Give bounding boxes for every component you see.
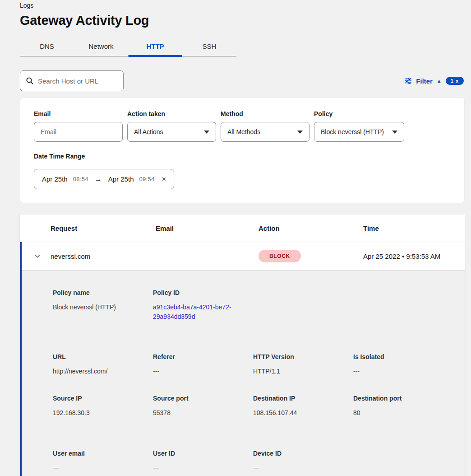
activity-table: Request Email Action Time neverssl.com B… (20, 215, 465, 476)
policy-name-field: Policy name Block neverssl (HTTP) (53, 289, 153, 322)
user-id-field: User ID --- (153, 450, 253, 473)
breadcrumb: Logs (20, 2, 465, 9)
action-filter-value: All Actions (134, 128, 163, 135)
range-start-date[interactable]: Apr 25th (42, 175, 68, 183)
filter-panel: Email Action taken All Actions Method Al… (20, 98, 465, 203)
search-box[interactable] (20, 70, 124, 91)
row-action: BLOCK (259, 250, 363, 262)
http-version-field: HTTP Version HTTP/1.1 (253, 353, 353, 376)
tab-http[interactable]: HTTP (128, 39, 182, 56)
range-end-time[interactable]: 09:54 (139, 176, 154, 182)
policy-name-label: Policy name (53, 289, 144, 296)
http-section: URL http://neverssl.com/ Referer --- HTT… (22, 338, 465, 383)
policy-id-link[interactable]: a91c3eb4-ba7a-4201-be72-29a934dd359d (153, 303, 241, 322)
date-range-picker[interactable]: Apr 25th 08:54 → Apr 25th 09:54 × (34, 169, 174, 189)
filter-count-badge[interactable]: 1 x (446, 77, 464, 85)
source-port-value: 55378 (153, 408, 244, 418)
user-id-value: --- (153, 463, 244, 473)
network-section: Source IP 192.168.30.3 Source port 55378… (22, 383, 465, 436)
device-id-label: Device ID (253, 450, 344, 457)
policy-filter-label: Policy (314, 110, 403, 117)
action-filter: Action taken All Actions (127, 110, 216, 142)
destination-ip-label: Destination IP (253, 395, 344, 402)
method-filter-select[interactable]: All Methods (221, 122, 309, 142)
expanded-row-group: neverssl.com BLOCK Apr 25 2022 • 9:53:53… (20, 242, 465, 476)
search-icon (26, 77, 34, 85)
page-title: Gateway Activity Log (20, 13, 465, 28)
device-id-value: --- (253, 463, 344, 473)
chevron-down-icon[interactable] (34, 252, 41, 260)
spacer (253, 289, 353, 322)
col-header-action: Action (259, 224, 363, 232)
chevron-up-icon: ▲ (437, 79, 442, 84)
chevron-down-icon (392, 131, 397, 134)
policy-id-label: Policy ID (153, 289, 244, 296)
url-value: http://neverssl.com/ (53, 367, 144, 376)
email-filter: Email (34, 110, 123, 142)
policy-filter: Policy Block neverssl (HTTP) (314, 110, 403, 142)
user-id-label: User ID (153, 450, 244, 457)
table-header-row: Request Email Action Time (20, 215, 465, 242)
page: Logs Gateway Activity Log DNS Network HT… (0, 0, 471, 476)
is-isolated-field: Is Isolated --- (353, 353, 453, 376)
method-filter-value: All Methods (227, 128, 260, 135)
search-input[interactable] (38, 77, 118, 85)
destination-ip-field: Destination IP 108.156.107.44 (253, 395, 353, 418)
chevron-down-icon (204, 131, 209, 134)
action-filter-label: Action taken (127, 110, 216, 117)
destination-port-field: Destination port 80 (353, 395, 453, 418)
date-range-label: Date Time Range (34, 153, 451, 160)
col-header-time: Time (363, 224, 465, 232)
policy-section: Policy name Block neverssl (HTTP) Policy… (22, 271, 465, 338)
spacer (353, 289, 453, 322)
block-badge: BLOCK (259, 250, 301, 262)
action-filter-select[interactable]: All Actions (127, 122, 216, 142)
is-isolated-value: --- (353, 367, 444, 376)
tab-dns[interactable]: DNS (20, 39, 74, 56)
device-id-field: Device ID --- (253, 450, 353, 473)
policy-name-value: Block neverssl (HTTP) (53, 303, 144, 312)
arrow-right-icon: → (94, 175, 103, 183)
destination-port-label: Destination port (353, 395, 444, 402)
email-filter-input[interactable] (41, 128, 116, 135)
range-start-time[interactable]: 08:54 (73, 176, 88, 182)
user-section: User email --- User ID --- Device ID --- (22, 436, 465, 476)
table-row[interactable]: neverssl.com BLOCK Apr 25 2022 • 9:53:53… (22, 242, 465, 270)
row-time: Apr 25 2022 • 9:53:53 AM (363, 252, 465, 260)
destination-ip-value: 108.156.107.44 (253, 408, 344, 418)
source-ip-field: Source IP 192.168.30.3 (53, 395, 153, 418)
filter-sliders-icon (404, 77, 412, 84)
user-email-label: User email (53, 450, 144, 457)
source-port-field: Source port 55378 (153, 395, 253, 418)
destination-port-value: 80 (353, 408, 444, 418)
search-row: Filter ▲ 1 x (20, 70, 465, 91)
policy-filter-select[interactable]: Block neverssl (HTTP) (314, 122, 404, 142)
spacer (353, 450, 453, 473)
row-detail-panel: Policy name Block neverssl (HTTP) Policy… (22, 270, 465, 476)
source-port-label: Source port (153, 395, 244, 402)
user-email-value: --- (53, 463, 144, 473)
referer-label: Referer (153, 353, 244, 360)
referer-value: --- (153, 367, 244, 376)
chevron-down-icon (297, 131, 303, 134)
source-ip-label: Source IP (53, 395, 144, 402)
col-header-email: Email (156, 224, 259, 232)
is-isolated-label: Is Isolated (353, 353, 444, 360)
method-filter-label: Method (221, 110, 309, 117)
http-version-value: HTTP/1.1 (253, 367, 344, 376)
tab-ssh[interactable]: SSH (182, 39, 236, 56)
user-email-field: User email --- (53, 450, 153, 473)
method-filter: Method All Methods (221, 110, 309, 142)
close-icon[interactable]: × (160, 175, 166, 183)
filter-toggle[interactable]: Filter ▲ 1 x (404, 77, 465, 85)
url-field: URL http://neverssl.com/ (53, 353, 153, 376)
policy-id-field: Policy ID a91c3eb4-ba7a-4201-be72-29a934… (153, 289, 253, 322)
row-request: neverssl.com (51, 252, 156, 260)
policy-filter-value: Block neverssl (HTTP) (321, 128, 384, 135)
range-end-date[interactable]: Apr 25th (108, 175, 134, 183)
tab-network[interactable]: Network (74, 39, 128, 56)
col-header-request: Request (51, 224, 156, 232)
url-label: URL (53, 353, 144, 360)
date-range-section: Date Time Range Apr 25th 08:54 → Apr 25t… (34, 153, 451, 189)
http-version-label: HTTP Version (253, 353, 344, 360)
